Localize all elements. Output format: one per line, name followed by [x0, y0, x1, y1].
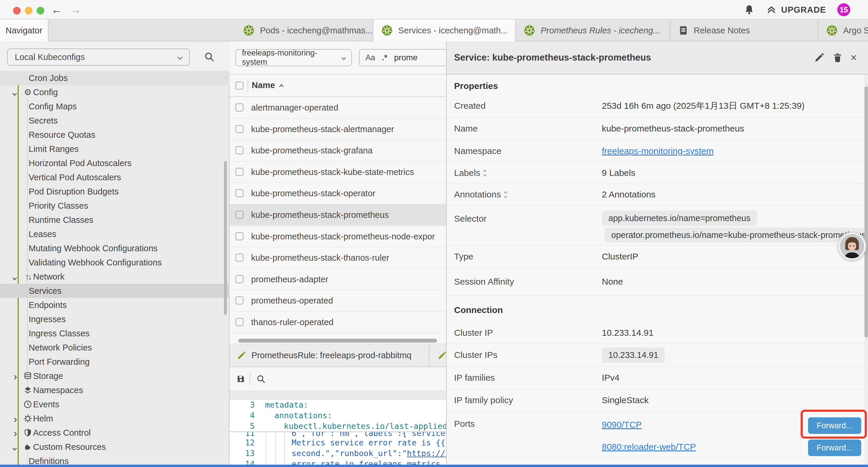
- table-row[interactable]: kube-prometheus-stack-operator: [229, 183, 446, 204]
- row-checkbox[interactable]: [236, 125, 243, 133]
- row-checkbox[interactable]: [236, 318, 243, 326]
- row-checkbox[interactable]: [236, 254, 243, 262]
- app-window: ← → UPGRADE 15 Navigator Pods - icecheng…: [0, 0, 868, 467]
- tab-release-notes[interactable]: Release Notes: [671, 20, 818, 41]
- sidebar-item-namespaces[interactable]: Namespaces: [0, 383, 229, 397]
- list-controls: freeleaps-monitoring-system Aa .* prome: [229, 41, 446, 75]
- row-checkbox[interactable]: [236, 232, 243, 240]
- table-row[interactable]: alertmanager-operated: [229, 97, 446, 119]
- avatar[interactable]: [838, 232, 866, 260]
- minimize-window-button[interactable]: [25, 7, 32, 14]
- forward-icon[interactable]: →: [70, 2, 82, 17]
- sidebar-item-events[interactable]: Events: [0, 397, 229, 411]
- runbook-url-link[interactable]: https://netdata: [407, 449, 446, 458]
- table-row[interactable]: prometheus-adapter: [229, 269, 446, 290]
- namespace-link[interactable]: freeleaps-monitoring-system: [602, 146, 713, 156]
- layers-icon: [23, 385, 32, 395]
- sidebar-item-leases[interactable]: Leases: [0, 227, 229, 241]
- table-row[interactable]: kube-prometheus-stack-thanos-ruler: [229, 247, 446, 269]
- sidebar-item-helm[interactable]: Helm: [0, 411, 229, 426]
- upgrade-button[interactable]: UPGRADE: [766, 5, 826, 15]
- sidebar-item-storage[interactable]: Storage: [0, 369, 229, 383]
- tab-services[interactable]: Services - icecheng@math... ×: [373, 20, 516, 41]
- edit-icon[interactable]: [814, 52, 825, 63]
- filter-input[interactable]: Aa .* prome: [359, 49, 447, 66]
- row-checkbox[interactable]: [236, 189, 243, 197]
- filter-value: prome: [394, 53, 417, 62]
- back-icon[interactable]: ←: [51, 2, 63, 17]
- sidebar-item-horizontal-pod-autoscalers[interactable]: Horizontal Pod Autoscalers: [0, 156, 229, 170]
- sidebar-item-cron-jobs[interactable]: Cron Jobs: [0, 71, 229, 85]
- detail-scrollbar-thumb[interactable]: [864, 86, 868, 338]
- expand-collapse-icon[interactable]: [484, 170, 486, 176]
- sidebar-item-config-maps[interactable]: Config Maps: [0, 99, 229, 114]
- tab-argo[interactable]: Argo Se: [818, 20, 868, 41]
- sidebar-item-runtime-classes[interactable]: Runtime Classes: [0, 213, 229, 227]
- clock-icon: [23, 400, 32, 409]
- close-tab-icon[interactable]: ×: [513, 25, 516, 35]
- table-row[interactable]: kube-prometheus-stack-prometheus-node-ex…: [229, 226, 446, 247]
- sidebar-item-config[interactable]: ⚙Config: [0, 85, 229, 99]
- sidebar-item-access-control[interactable]: Access Control: [0, 426, 229, 440]
- table-row[interactable]: kube-prometheus-stack-grafana: [229, 140, 446, 162]
- detail-scrollbar-track[interactable]: [864, 75, 868, 467]
- save-icon[interactable]: [236, 374, 246, 384]
- kubeconfig-select[interactable]: Local Kubeconfigs: [7, 49, 190, 66]
- sidebar-item-pod-disruption-budgets[interactable]: Pod Disruption Budgets: [0, 184, 229, 199]
- name-column-header[interactable]: Name: [252, 80, 283, 90]
- sidebar-context-row: Local Kubeconfigs: [0, 41, 229, 71]
- namespace-select[interactable]: freeleaps-monitoring-system: [236, 49, 352, 66]
- editor-tab-prometheusrule[interactable]: PrometheusRule: freeleaps-prod-rabbitmq: [229, 344, 430, 367]
- sidebar-item-secrets[interactable]: Secrets: [0, 114, 229, 128]
- port-link-8080[interactable]: 8080:reloader-web/TCP: [602, 442, 696, 452]
- row-checkbox[interactable]: [236, 296, 243, 304]
- selector-chip: operator.prometheus.io/name=kube-prometh…: [605, 228, 868, 243]
- table-row[interactable]: kube-prometheus-stack-kube-state-metrics: [229, 162, 446, 183]
- sidebar-item-network[interactable]: ↑↓Network: [0, 269, 229, 284]
- search-icon[interactable]: [256, 374, 266, 384]
- sidebar-item-priority-classes[interactable]: Priority Classes: [0, 199, 229, 213]
- sidebar-item-ingress-classes[interactable]: Ingress Classes: [0, 326, 229, 341]
- search-icon[interactable]: [204, 52, 215, 62]
- sidebar-scrollbar[interactable]: [224, 161, 227, 315]
- row-checkbox[interactable]: [236, 104, 243, 111]
- maximize-window-button[interactable]: [37, 7, 44, 14]
- sidebar-item-validating-webhook-configurations[interactable]: Validating Webhook Configurations: [0, 255, 229, 269]
- select-all-checkbox[interactable]: [236, 82, 243, 90]
- table-row[interactable]: prometheus-operated: [229, 290, 446, 312]
- sidebar-item-services[interactable]: Services: [0, 284, 229, 298]
- tab-navigator[interactable]: Navigator: [0, 20, 49, 41]
- sidebar-item-endpoints[interactable]: Endpoints: [0, 298, 229, 312]
- row-checkbox[interactable]: [236, 275, 243, 283]
- table-row[interactable]: thanos-ruler-operated: [229, 312, 446, 333]
- sidebar-item-ingresses[interactable]: Ingresses: [0, 312, 229, 326]
- row-checkbox[interactable]: [236, 168, 243, 176]
- row-checkbox[interactable]: [236, 146, 243, 154]
- table-row[interactable]: kube-prometheus-stack-alertmanager: [229, 119, 446, 140]
- notification-badge[interactable]: 15: [837, 3, 850, 16]
- close-window-button[interactable]: [13, 7, 21, 14]
- sidebar-item-limit-ranges[interactable]: Limit Ranges: [0, 142, 229, 156]
- port-link-9090[interactable]: 9090/TCP: [602, 420, 642, 430]
- close-icon[interactable]: ×: [850, 52, 857, 64]
- regex-toggle[interactable]: .*: [382, 53, 388, 62]
- forward-button-8080[interactable]: Forward...: [808, 439, 861, 456]
- tab-pods[interactable]: Pods - icecheng@mathmas...: [235, 20, 373, 41]
- editor-tab-next[interactable]: [430, 344, 446, 367]
- tab-prometheus-rules[interactable]: Prometheus Rules - icecheng...: [516, 20, 671, 41]
- sidebar-item-custom-resources[interactable]: Custom Resources: [0, 440, 229, 454]
- detail-title: Service: kube-prometheus-stack-prometheu…: [454, 52, 651, 63]
- yaml-editor[interactable]: 3metadata: 4annotations: 5kubectl.kubern…: [229, 400, 446, 467]
- trash-icon[interactable]: [832, 52, 843, 63]
- expand-collapse-icon[interactable]: [504, 192, 507, 198]
- row-checkbox[interactable]: [236, 211, 243, 219]
- table-horizontal-scrollbar[interactable]: [239, 339, 437, 343]
- sidebar-item-resource-quotas[interactable]: Resource Quotas: [0, 128, 229, 142]
- table-row-selected[interactable]: kube-prometheus-stack-prometheus: [229, 204, 446, 226]
- sidebar-item-mutating-webhook-configurations[interactable]: Mutating Webhook Configurations: [0, 241, 229, 255]
- match-case-toggle[interactable]: Aa: [366, 53, 375, 62]
- bell-icon[interactable]: [744, 4, 754, 15]
- sidebar-item-network-policies[interactable]: Network Policies: [0, 341, 229, 355]
- sidebar-item-vertical-pod-autoscalers[interactable]: Vertical Pod Autoscalers: [0, 170, 229, 184]
- sidebar-item-port-forwarding[interactable]: Port Forwarding: [0, 355, 229, 369]
